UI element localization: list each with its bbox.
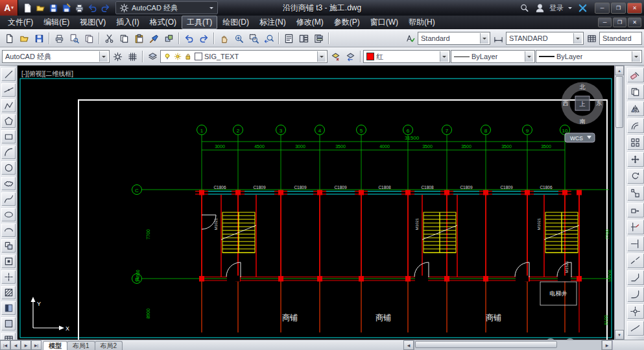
chevron-down-icon[interactable] [525,51,533,62]
paste-icon[interactable] [132,31,146,45]
zoom-realtime-icon[interactable] [232,31,246,45]
table-style-icon[interactable] [584,31,599,45]
spline-icon[interactable] [1,192,16,206]
join-icon[interactable] [626,320,644,336]
menu-item-9[interactable]: 参数(P) [329,16,365,29]
scroll-down-button[interactable]: ▼ [615,330,624,340]
undo-icon[interactable] [182,31,196,45]
circle-icon[interactable] [1,160,16,175]
text-style-icon[interactable] [403,31,417,45]
mirror-icon[interactable] [626,101,644,117]
close-button[interactable]: ✕ [627,3,642,14]
redo-icon[interactable] [197,31,211,45]
menu-item-4[interactable]: 格式(O) [145,16,182,29]
insert-block-icon[interactable] [1,238,16,253]
fillet-icon[interactable] [626,286,644,303]
vertical-scroll-thumb[interactable] [615,76,623,128]
horizontal-scroll-track[interactable] [414,340,602,350]
menu-item-10[interactable]: 窗口(W) [365,16,403,29]
application-menu-button[interactable]: A ▾ [0,0,18,16]
erase-icon[interactable] [626,67,644,83]
chevron-down-icon[interactable] [566,3,574,12]
workspace-select[interactable]: AutoCAD 经典 [115,1,218,14]
horizontal-scroll-thumb[interactable] [415,341,557,348]
ellipse-arc-icon[interactable] [1,223,16,238]
layer-previous-icon[interactable] [343,49,357,64]
text-style-select[interactable]: Standard [418,32,490,45]
properties-icon[interactable] [281,31,296,45]
polyline-icon[interactable] [1,98,16,113]
hatch-icon[interactable] [1,285,16,300]
scroll-up-button[interactable]: ▲ [615,66,624,75]
viewport-controls[interactable]: [-][俯视][二维线框] [21,70,73,77]
chamfer-icon[interactable] [626,269,644,286]
pan-icon[interactable] [217,31,231,45]
layer-lock-icon[interactable] [184,53,193,61]
search-icon[interactable] [517,1,531,15]
designcenter-icon[interactable] [296,31,311,45]
login-link[interactable]: 登录 [549,3,564,13]
construction-line-icon[interactable] [1,82,16,97]
tab-prev-button[interactable]: ◀ [10,340,21,350]
rectangle-icon[interactable] [1,129,16,144]
offset-icon[interactable] [626,118,644,134]
menu-item-5[interactable]: 工具(T) [182,16,217,29]
undo-icon[interactable] [86,1,99,14]
save-as-icon[interactable] [60,1,73,14]
layer-color-swatch[interactable] [195,53,202,60]
workspace-settings-icon[interactable] [110,49,125,64]
doc-close-button[interactable]: ✕ [628,18,641,27]
plot-icon[interactable] [73,1,86,14]
copy-icon[interactable] [626,84,644,100]
doc-restore-button[interactable]: ❐ [613,18,626,27]
tab-first-button[interactable]: |◀ [0,340,10,350]
color-select[interactable]: 红 [363,50,450,63]
rotate-icon[interactable] [626,168,644,184]
gradient-icon[interactable] [1,301,16,316]
menu-item-7[interactable]: 标注(N) [254,16,291,29]
menu-item-2[interactable]: 视图(V) [75,16,111,29]
user-icon[interactable] [532,1,547,15]
stretch-icon[interactable] [626,202,644,218]
ellipse-icon[interactable] [1,207,16,222]
new-icon[interactable] [2,31,16,45]
arc-icon[interactable] [1,145,16,160]
chevron-down-icon[interactable] [208,3,215,12]
menu-item-11[interactable]: 帮助(H) [403,16,440,29]
save-icon[interactable] [47,1,60,14]
drawing-canvas[interactable]: [-][俯视][二维线框]12345678910CB31500300045003… [18,66,614,340]
line-icon[interactable] [1,67,16,82]
zoom-window-icon[interactable] [246,31,261,45]
layer-freeze-sun-icon[interactable] [174,53,182,61]
publish-icon[interactable] [82,31,96,45]
extend-icon[interactable] [626,236,644,252]
lineweight-select[interactable]: ByLayer [536,50,642,63]
tab-next-button[interactable]: ▶ [21,340,31,350]
chevron-down-icon[interactable] [573,33,582,44]
open-icon[interactable] [17,31,31,45]
trim-icon[interactable] [626,219,644,235]
tab-0[interactable]: 模型 [43,341,67,350]
make-block-icon[interactable] [1,254,16,269]
explode-icon[interactable] [626,303,644,319]
chevron-down-icon[interactable] [632,51,640,62]
plot-preview-icon[interactable] [67,31,81,45]
menu-item-0[interactable]: 文件(F) [3,16,38,29]
layer-select[interactable]: SIG_TEXT [160,50,328,63]
menu-item-1[interactable]: 编辑(E) [38,16,75,29]
break-icon[interactable] [626,253,644,269]
revision-cloud-icon[interactable] [1,176,16,191]
tab-last-button[interactable]: ▶| [31,340,42,350]
layer-on-bulb-icon[interactable] [163,53,172,61]
chevron-down-icon[interactable] [99,51,108,62]
chevron-down-icon[interactable] [317,51,326,62]
floor-plan[interactable]: [-][俯视][二维线框]12345678910CB31500300045003… [18,66,614,340]
menu-item-6[interactable]: 绘图(D) [217,16,254,29]
copy-icon[interactable] [117,31,131,45]
dim-style-icon[interactable] [491,31,505,45]
table-style-select[interactable]: Standard [599,32,642,45]
menu-item-8[interactable]: 修改(M) [291,16,329,29]
scale-icon[interactable] [626,185,644,201]
new-icon[interactable] [21,1,34,14]
viewcube-compass[interactable]: 上北南西东WCS [563,84,602,142]
